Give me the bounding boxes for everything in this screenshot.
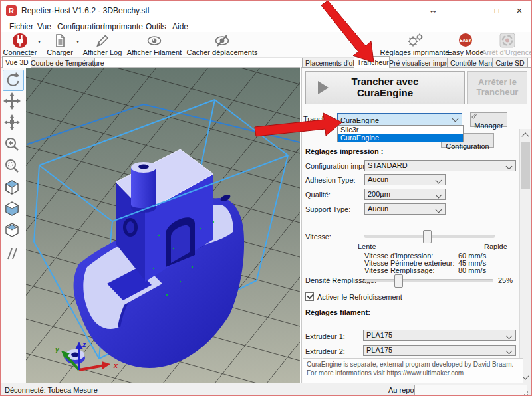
- infill-density-slider[interactable]: [364, 279, 493, 282]
- parallel-projection-button[interactable]: [3, 245, 23, 264]
- chevron-down-icon: [436, 207, 442, 213]
- infill-density-slider-thumb[interactable]: [394, 274, 403, 288]
- resize-grip[interactable]: [527, 391, 528, 393]
- maximize-button[interactable]: □: [485, 1, 508, 21]
- slicer-label: Trancheur:: [303, 115, 338, 123]
- pencil-icon: [94, 33, 110, 49]
- manager-button[interactable]: Manager: [470, 112, 507, 127]
- tab-courbe-temperature[interactable]: Courbe de Température: [27, 58, 95, 68]
- hide-travel-button[interactable]: Cacher déplacements: [186, 32, 259, 57]
- speed-slider[interactable]: [364, 235, 495, 238]
- easy-mode-button[interactable]: EASY Easy Mode: [448, 32, 483, 57]
- tab-placements-objets[interactable]: Placements d'objets: [302, 58, 358, 68]
- isometric-view-button[interactable]: [3, 178, 23, 198]
- cooling-checkbox[interactable]: [305, 292, 314, 301]
- print-settings-heading: Réglages impression :: [305, 148, 383, 155]
- print-config-value: STANDARD: [368, 161, 408, 169]
- menu-vue[interactable]: Vue: [37, 22, 51, 31]
- emergency-stop-button[interactable]: Arrêt d'Urgence: [483, 32, 531, 57]
- slice-button-line1: Trancher avec: [306, 76, 464, 87]
- close-button[interactable]: ×: [508, 1, 531, 21]
- slice-button[interactable]: Trancher avec CuraEngine: [305, 71, 465, 104]
- title-bar: R Repetier-Host V1.6.2 - 3DBenchy.stl ↔ …: [1, 1, 531, 21]
- tab-previsualiser-impression[interactable]: Pré visualiser impression: [386, 58, 451, 68]
- tab-carte-sd[interactable]: Carte SD: [492, 58, 528, 68]
- slicer-combobox[interactable]: CuraEngine: [337, 113, 462, 126]
- check-icon: [307, 292, 314, 300]
- quality-combobox[interactable]: 200µm: [364, 189, 446, 200]
- menu-configuration[interactable]: Configuration: [57, 22, 104, 31]
- z-axis-label: z: [82, 340, 86, 348]
- adhesion-value: Aucun: [368, 175, 388, 183]
- menu-fichier[interactable]: Fichier: [9, 22, 33, 31]
- printer-settings-button[interactable]: Réglages imprimante: [380, 32, 450, 57]
- show-log-button[interactable]: Afficher Log: [82, 32, 123, 57]
- document-icon: [52, 33, 68, 49]
- zoom-in-button[interactable]: [3, 135, 23, 155]
- load-caret-icon[interactable]: ▾: [76, 39, 79, 45]
- view-tool-column: [1, 67, 27, 383]
- support-combobox[interactable]: Aucun: [364, 203, 446, 215]
- extruder2-label: Extrudeur 2:: [305, 347, 345, 355]
- front-view-button[interactable]: [3, 199, 23, 219]
- show-filament-button[interactable]: Afficher Filament: [126, 32, 183, 57]
- extruder1-combobox[interactable]: PLA175: [363, 330, 516, 341]
- top-view-button[interactable]: [3, 221, 23, 241]
- configuration-button-label: Configuration: [446, 142, 489, 150]
- progress-bar: [414, 385, 527, 395]
- stop-slicer-button[interactable]: Arrêter le Trancheur: [467, 71, 527, 104]
- extruder2-combobox[interactable]: PLA175: [363, 345, 516, 356]
- tab-vue-3d[interactable]: Vue 3D: [2, 56, 31, 68]
- speed-fast-label: Rapide: [484, 243, 507, 250]
- y-axis-label: y: [55, 346, 59, 353]
- gear-icon: [471, 113, 477, 120]
- zoom-fit-button[interactable]: [3, 157, 23, 177]
- dropdown-option-curaengine[interactable]: CuraEngine: [338, 134, 463, 142]
- stop-button-line1: Arrêter le: [468, 77, 527, 87]
- menu-aide[interactable]: Aide: [172, 22, 188, 31]
- connect-button[interactable]: Connecter: [2, 32, 38, 57]
- dropdown-option-slic3r[interactable]: Slic3r: [338, 126, 463, 134]
- print-config-combobox[interactable]: STANDARD: [364, 160, 516, 171]
- speed-slow-label: Lente: [358, 243, 376, 250]
- slice-button-line2: CuraEngine: [306, 87, 464, 98]
- scrollbar-thumb[interactable]: [521, 142, 530, 189]
- app-window: R Repetier-Host V1.6.2 - 3DBenchy.stl ↔ …: [0, 0, 532, 396]
- chevron-down-icon: [436, 177, 442, 184]
- panel-scrollbar[interactable]: [519, 129, 531, 383]
- infill-speed-label: Vitesse Remplissage:: [364, 266, 435, 274]
- load-button[interactable]: Charger: [43, 32, 76, 57]
- speed-slider-thumb[interactable]: [423, 230, 432, 243]
- plug-icon: [12, 33, 28, 49]
- support-label: Support Type:: [305, 205, 350, 213]
- menu-outils[interactable]: Outils: [146, 22, 166, 31]
- connect-caret-icon[interactable]: ▾: [38, 39, 41, 45]
- quality-value: 200µm: [368, 190, 390, 198]
- emergency-icon: [499, 33, 516, 49]
- chevron-down-icon: [452, 116, 459, 122]
- support-value: Aucun: [368, 205, 388, 213]
- idle-status: Au repos: [388, 386, 418, 394]
- rotate-view-button[interactable]: [3, 70, 24, 91]
- main-toolbar: Connecter ▾ Charger ▾ Afficher Log: [1, 32, 531, 58]
- resize-icon[interactable]: ↔: [422, 1, 444, 21]
- move-view-button[interactable]: [3, 92, 23, 112]
- scroll-up-icon[interactable]: [521, 132, 529, 140]
- window-title: Repetier-Host V1.6.2 - 3DBenchy.stl: [21, 6, 150, 15]
- tab-controle-manuel[interactable]: Contrôle Manuel: [447, 58, 496, 68]
- minimize-button[interactable]: –: [463, 1, 485, 21]
- filament-settings-heading: Réglages filament:: [305, 308, 370, 316]
- gears-icon: [405, 33, 425, 49]
- tab-trancheur[interactable]: Trancheur: [354, 56, 390, 68]
- move-object-button[interactable]: [3, 113, 23, 133]
- status-center-dash: -: [230, 386, 233, 394]
- easy-badge-text: EASY: [460, 38, 471, 43]
- speed-label: Vitesse:: [305, 233, 331, 241]
- menu-imprimante[interactable]: Imprimante: [103, 22, 143, 31]
- chimney-hole: [138, 165, 149, 169]
- adhesion-combobox[interactable]: Aucun: [364, 174, 446, 185]
- chevron-down-icon: [506, 333, 513, 340]
- infill-density-value: 25%: [498, 276, 513, 284]
- chevron-down-icon: [506, 348, 513, 355]
- viewport-3d[interactable]: x y z: [26, 67, 300, 383]
